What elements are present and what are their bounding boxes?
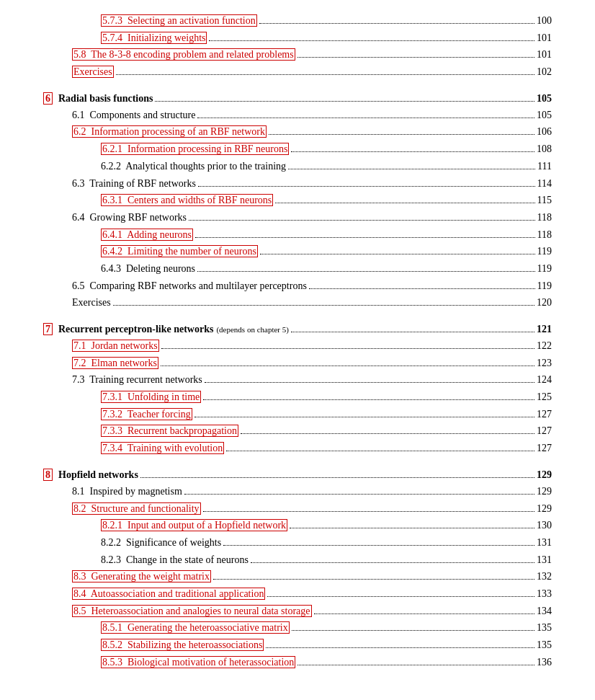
entry-label: 6.3 Training of RBF networks xyxy=(72,176,196,192)
toc-page: 123 xyxy=(537,355,552,371)
toc-section-entry: 8.5 Heteroassociation and analogies to n… xyxy=(43,603,552,619)
toc-section-entry: 6.1 Components and structure105 xyxy=(43,107,552,123)
chapter-heading: 8Hopfield networks129 xyxy=(43,469,552,481)
toc-dots xyxy=(194,417,534,417)
toc-dots xyxy=(113,305,534,306)
toc-subsection-entry: 6.2.1 Information processing in RBF neur… xyxy=(43,141,552,157)
toc-dots xyxy=(203,511,534,512)
entry-label: 7.3.4 Training with evolution xyxy=(101,440,224,456)
entry-label: 6.3.1 Centers and widths of RBF neurons xyxy=(101,192,273,208)
section-link[interactable]: 8.5 Heteroassociation and analogies to n… xyxy=(72,605,312,617)
toc-subsection-entry: 8.5.3 Biological motivation of heterasso… xyxy=(43,655,552,670)
chapter-number[interactable]: 6 xyxy=(43,92,53,105)
entry-label: 6.2.1 Information processing in RBF neur… xyxy=(101,141,289,157)
toc-container: 5.7.3 Selecting an activation function10… xyxy=(43,13,552,670)
toc-page: 108 xyxy=(537,141,552,157)
toc-dots xyxy=(209,40,534,41)
toc-dots xyxy=(298,57,534,58)
section-link[interactable]: 5.8 The 8-3-8 encoding problem and relat… xyxy=(72,48,295,61)
toc-page: 124 xyxy=(537,372,552,388)
chapter-page: 105 xyxy=(537,93,552,105)
section-link[interactable]: 7.3.2 Teacher forcing xyxy=(101,408,192,420)
toc-section-entry: 8.1 Inspired by magnetism129 xyxy=(43,484,552,500)
toc-dots xyxy=(291,151,534,152)
section-link[interactable]: 8.5.2 Stabilizing the heteroassociations xyxy=(101,639,264,651)
toc-subsection-entry: 7.3.1 Unfolding in time125 xyxy=(43,389,552,405)
toc-section-entry: 7.1 Jordan networks122 xyxy=(43,338,552,354)
toc-section-entry: 6.3 Training of RBF networks114 xyxy=(43,176,552,192)
toc-subsection-entry: 8.2.3 Change in the state of neurons131 xyxy=(43,552,552,568)
toc-dots xyxy=(314,613,535,614)
toc-page: 118 xyxy=(537,227,552,243)
entry-label: 8.5 Heteroassociation and analogies to n… xyxy=(72,603,312,619)
entry-label: 6.4.3 Deleting neurons xyxy=(101,261,195,277)
toc-dots xyxy=(161,365,534,366)
toc-dots xyxy=(213,579,534,580)
toc-dots xyxy=(226,451,534,451)
entry-label: 8.5.3 Biological motivation of heterasso… xyxy=(101,655,295,670)
toc-section-entry: 7.2 Elman networks123 xyxy=(43,355,552,371)
toc-dots xyxy=(197,271,534,272)
toc-page: 101 xyxy=(537,30,552,46)
toc-dots xyxy=(290,528,534,528)
section-link[interactable]: 7.3.1 Unfolding in time xyxy=(101,391,201,403)
chapter-number[interactable]: 8 xyxy=(43,469,53,481)
toc-page: 127 xyxy=(537,440,552,456)
toc-exercises-entry: Exercises120 xyxy=(43,295,552,311)
section-link[interactable]: 7.2 Elman networks xyxy=(72,357,158,369)
toc-page: 132 xyxy=(537,569,552,585)
toc-subsection-entry: 6.4.2 Limiting the number of neurons119 xyxy=(43,244,552,260)
entry-label: 7.1 Jordan networks xyxy=(72,338,159,354)
chapter-page: 129 xyxy=(537,469,552,481)
entry-label: 5.7.4 Initializing weights xyxy=(101,30,207,46)
section-link[interactable]: 8.4 Autoassociation and traditional appl… xyxy=(72,588,265,600)
toc-page: 118 xyxy=(537,210,552,226)
toc-subsection-entry: 7.3.4 Training with evolution127 xyxy=(43,440,552,456)
toc-section-entry: 7.3 Training recurrent networks124 xyxy=(43,372,552,388)
toc-section-entry: 6.2 Information processing of an RBF net… xyxy=(43,124,552,140)
entry-label: 7.3.3 Recurrent backpropagation xyxy=(101,423,238,439)
toc-dots xyxy=(223,545,534,546)
section-link[interactable]: 5.7.3 Selecting an activation function xyxy=(101,14,257,27)
entry-label: 8.2 Structure and functionality xyxy=(72,501,201,517)
toc-dots xyxy=(116,74,534,75)
section-link[interactable]: 6.4.2 Limiting the number of neurons xyxy=(101,245,258,257)
section-link[interactable]: 6.3.1 Centers and widths of RBF neurons xyxy=(101,194,273,206)
section-link[interactable]: 8.5.1 Generating the heteroassociative m… xyxy=(101,621,290,634)
chapter-heading: 6Radial basis functions105 xyxy=(43,93,552,105)
toc-section-entry: 8.4 Autoassociation and traditional appl… xyxy=(43,586,552,602)
section-link[interactable]: 7.1 Jordan networks xyxy=(72,340,159,352)
chapter-depends-note: (depends on chapter 5) xyxy=(216,325,289,334)
section-link[interactable]: 8.2.1 Input and output of a Hopfield net… xyxy=(101,519,287,531)
entry-label: 6.1 Components and structure xyxy=(72,107,195,123)
entry-label: 6.2 Information processing of an RBF net… xyxy=(72,124,267,140)
section-link[interactable]: 7.3.3 Recurrent backpropagation xyxy=(101,425,238,437)
chapter-number[interactable]: 7 xyxy=(43,323,53,335)
entry-label: 8.3 Generating the weight matrix xyxy=(72,569,211,585)
section-link[interactable]: 8.2 Structure and functionality xyxy=(72,502,201,515)
section-link[interactable]: 7.3.4 Training with evolution xyxy=(101,442,224,454)
toc-dots xyxy=(275,203,534,203)
section-link[interactable]: 6.2.1 Information processing in RBF neur… xyxy=(101,143,289,155)
toc-section-entry: 6.4 Growing RBF networks118 xyxy=(43,210,552,226)
toc-dots xyxy=(260,254,535,254)
section-link[interactable]: 8.5.3 Biological motivation of heterasso… xyxy=(101,656,295,668)
toc-dots xyxy=(241,433,534,434)
section-link[interactable]: 8.3 Generating the weight matrix xyxy=(72,570,211,582)
toc-section-entry: 8.2 Structure and functionality129 xyxy=(43,501,552,517)
toc-dots xyxy=(140,477,534,478)
section-link[interactable]: 6.4.1 Adding neurons xyxy=(101,229,193,241)
toc-subsection-entry: 6.4.3 Deleting neurons119 xyxy=(43,261,552,277)
toc-page: 111 xyxy=(537,159,552,174)
entry-label: 8.2.3 Change in the state of neurons xyxy=(101,552,249,568)
entry-label: 7.3.2 Teacher forcing xyxy=(101,407,192,422)
exercises-link[interactable]: Exercises xyxy=(72,66,114,78)
section-link[interactable]: 6.2 Information processing of an RBF net… xyxy=(72,125,267,138)
toc-dots xyxy=(189,220,534,221)
entry-label: 6.4 Growing RBF networks xyxy=(72,210,187,226)
toc-page: 135 xyxy=(537,620,552,636)
exercises-label: Exercises xyxy=(72,295,111,311)
toc-page: 114 xyxy=(537,176,552,192)
toc-dots xyxy=(184,494,534,495)
section-link[interactable]: 5.7.4 Initializing weights xyxy=(101,32,207,44)
